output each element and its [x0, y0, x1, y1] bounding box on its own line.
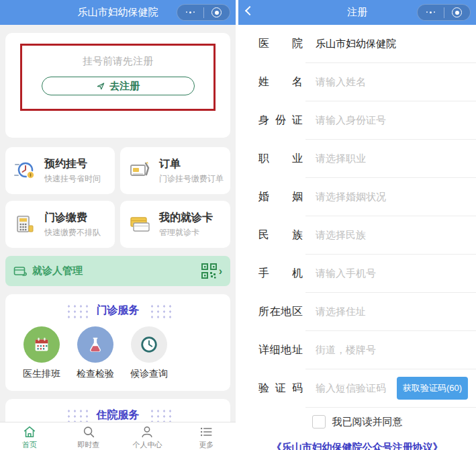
person-icon: [140, 424, 154, 439]
ethnicity-select[interactable]: 请选择民族: [316, 229, 366, 242]
name-input[interactable]: 请输入姓名: [316, 76, 366, 89]
quick-action-subtitle: 快速缴费不排队: [44, 227, 101, 238]
service-lab-tests[interactable]: 检查检验: [68, 326, 122, 380]
region-select[interactable]: 请选择住址: [316, 306, 366, 318]
back-icon[interactable]: [245, 6, 254, 15]
quick-action-title: 订单: [159, 157, 224, 171]
tab-label: 即时查: [77, 440, 99, 450]
patient-manage-bar[interactable]: 就诊人管理 ›: [5, 256, 230, 286]
quick-action-payment[interactable]: 门诊缴费 快速缴费不排队: [5, 201, 115, 248]
form-row-idcard[interactable]: 身份证 请输入身份证号: [238, 101, 476, 140]
flask-icon: [77, 326, 113, 363]
close-minimize-button[interactable]: [204, 7, 230, 17]
tab-personal-center[interactable]: 个人中心: [118, 422, 177, 450]
more-menu-button[interactable]: [418, 11, 444, 14]
chevron-right-icon: ›: [219, 265, 222, 277]
phone-input[interactable]: 请输入手机号: [316, 267, 376, 280]
quick-action-subtitle: 管理就诊卡: [159, 227, 213, 238]
screenshot-root: 乐山市妇幼保健院 挂号前请先注册: [0, 0, 476, 450]
go-register-label: 去注册: [109, 80, 140, 93]
home-body: 挂号前请先注册 去注册: [0, 33, 236, 450]
go-register-button[interactable]: 去注册: [42, 77, 195, 95]
address-input[interactable]: 街道，楼牌号: [316, 344, 376, 357]
field-label: 婚姻: [258, 190, 303, 204]
tab-instant-query[interactable]: 即时查: [59, 422, 118, 450]
clock-icon: [131, 326, 167, 363]
idcard-input[interactable]: 请输入身份证号: [316, 114, 386, 127]
dots-decoration: [64, 407, 89, 423]
register-header: 注册: [238, 0, 476, 25]
agreement-link[interactable]: 《乐山市妇幼保健院公众号注册协议》: [238, 441, 476, 450]
form-row-hospital: 医院 乐山市妇幼保健院: [238, 25, 476, 63]
register-notice-text: 挂号前请先注册: [22, 55, 213, 68]
field-label: 身份证: [258, 114, 303, 128]
form-row-region[interactable]: 所在地区 请选择住址: [238, 293, 476, 331]
qr-code-icon: [201, 263, 218, 280]
clock-badge-icon: [12, 157, 39, 184]
form-row-phone[interactable]: 手机 请输入手机号: [238, 255, 476, 293]
outpatient-section: 门诊服务: [5, 294, 230, 391]
occupation-select[interactable]: 请选择职业: [316, 152, 366, 165]
field-label: 所在地区: [258, 305, 303, 319]
form-row-address[interactable]: 详细地址 街道，楼牌号: [238, 331, 476, 369]
quick-action-title: 预约挂号: [44, 157, 101, 171]
service-queue-query[interactable]: 候诊查询: [122, 326, 176, 380]
agree-checkbox[interactable]: [312, 415, 326, 429]
dots-decoration: [64, 302, 89, 318]
field-label: 姓名: [258, 75, 303, 89]
order-document-icon: [127, 157, 154, 184]
service-doctor-schedule[interactable]: 医生排班: [15, 326, 68, 380]
field-label: 职业: [258, 152, 303, 166]
section-title: 住院服务: [97, 408, 140, 422]
quick-action-grid: 预约挂号 快速挂号省时间 订单 门诊挂号缴费订单: [5, 147, 230, 248]
home-page: 乐山市妇幼保健院 挂号前请先注册: [0, 0, 236, 450]
calendar-icon: [23, 326, 60, 363]
wechat-capsule: [417, 4, 471, 21]
agree-row: 我已阅读并同意: [238, 408, 476, 436]
field-label: 医院: [258, 37, 303, 51]
quick-action-title: 门诊缴费: [44, 211, 101, 225]
home-header: 乐山市妇幼保健院: [0, 0, 236, 25]
hospital-value: 乐山市妇幼保健院: [316, 38, 396, 50]
agree-label: 我已阅读并同意: [332, 416, 403, 429]
register-form: 医院 乐山市妇幼保健院 姓名 请输入姓名 身份证 请输入身份证号 职业 请选择职…: [238, 25, 476, 450]
field-label: 民族: [258, 228, 303, 242]
quick-action-subtitle: 门诊挂号缴费订单: [159, 173, 224, 185]
red-highlight-box: 挂号前请先注册 去注册: [20, 44, 216, 111]
field-label: 验证码: [258, 381, 303, 396]
send-icon: [96, 81, 105, 91]
section-title: 门诊服务: [97, 304, 140, 318]
form-row-name[interactable]: 姓名 请输入姓名: [238, 63, 476, 101]
bottom-tab-bar: 首页 即时查 个人中心 更多: [0, 422, 236, 450]
marriage-select[interactable]: 请选择婚姻状况: [316, 191, 386, 204]
ellipsis-icon: [186, 11, 195, 14]
page-title: 注册: [347, 6, 367, 19]
target-circle-icon: [452, 7, 462, 17]
field-label: 手机: [258, 267, 303, 281]
tab-more[interactable]: 更多: [177, 422, 236, 450]
close-minimize-button[interactable]: [444, 7, 471, 17]
quick-action-appointment[interactable]: 预约挂号 快速挂号省时间: [5, 147, 115, 194]
service-label: 检查检验: [77, 368, 114, 380]
tab-home[interactable]: 首页: [0, 422, 59, 450]
row-divider: [305, 407, 476, 408]
register-page: 注册 医院 乐山市妇幼保健院 姓名 请输入姓名: [238, 0, 476, 450]
form-row-marriage[interactable]: 婚姻 请选择婚姻状况: [238, 178, 476, 216]
search-icon: [81, 424, 96, 439]
get-code-button[interactable]: 获取验证码(60): [397, 377, 468, 400]
service-label: 医生排班: [23, 368, 60, 380]
quick-action-mycard[interactable]: 我的就诊卡 管理就诊卡: [120, 201, 230, 248]
form-row-smscode[interactable]: 验证码 输入短信验证码 获取验证码(60): [238, 369, 476, 408]
form-row-ethnicity[interactable]: 民族 请选择民族: [238, 216, 476, 255]
more-menu-button[interactable]: [177, 11, 203, 14]
dots-decoration: [148, 302, 172, 318]
quick-action-orders[interactable]: 订单 门诊挂号缴费订单: [120, 147, 230, 194]
smscode-input[interactable]: 输入短信验证码: [316, 382, 386, 395]
form-row-occupation[interactable]: 职业 请选择职业: [238, 140, 476, 178]
home-icon: [22, 424, 37, 439]
target-circle-icon: [211, 7, 222, 17]
wechat-capsule: [177, 4, 230, 21]
tab-label: 首页: [22, 440, 37, 450]
tab-label: 个人中心: [132, 440, 162, 450]
calculator-icon: [12, 211, 39, 238]
